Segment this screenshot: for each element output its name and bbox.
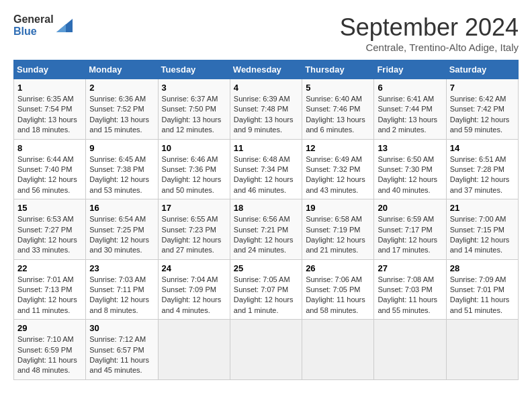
svg-marker-1 xyxy=(56,24,66,32)
day-detail: Sunrise: 6:45 AM Sunset: 7:38 PM Dayligh… xyxy=(89,154,154,196)
calendar-cell: 4Sunrise: 6:39 AM Sunset: 7:48 PM Daylig… xyxy=(230,79,302,140)
day-detail: Sunrise: 6:58 AM Sunset: 7:19 PM Dayligh… xyxy=(306,214,370,256)
calendar-cell: 22Sunrise: 7:01 AM Sunset: 7:13 PM Dayli… xyxy=(14,259,86,320)
calendar-cell: 25Sunrise: 7:05 AM Sunset: 7:07 PM Dayli… xyxy=(230,259,302,320)
day-number: 7 xyxy=(450,83,515,93)
day-detail: Sunrise: 6:46 AM Sunset: 7:36 PM Dayligh… xyxy=(162,154,226,196)
calendar-cell: 17Sunrise: 6:55 AM Sunset: 7:23 PM Dayli… xyxy=(158,199,230,260)
day-detail: Sunrise: 6:56 AM Sunset: 7:21 PM Dayligh… xyxy=(234,214,298,256)
logo-text: General Blue xyxy=(13,13,54,37)
title-area: September 2024 Centrale, Trentino-Alto A… xyxy=(340,13,519,53)
calendar-cell: 21Sunrise: 7:00 AM Sunset: 7:15 PM Dayli… xyxy=(446,199,518,260)
day-detail: Sunrise: 6:44 AM Sunset: 7:40 PM Dayligh… xyxy=(17,154,82,196)
day-number: 27 xyxy=(378,263,442,273)
day-detail: Sunrise: 7:06 AM Sunset: 7:05 PM Dayligh… xyxy=(306,275,370,316)
calendar-cell: 7Sunrise: 6:42 AM Sunset: 7:42 PM Daylig… xyxy=(446,79,518,140)
day-detail: Sunrise: 6:50 AM Sunset: 7:30 PM Dayligh… xyxy=(378,154,442,196)
day-detail: Sunrise: 6:49 AM Sunset: 7:32 PM Dayligh… xyxy=(306,154,370,196)
calendar-cell: 23Sunrise: 7:03 AM Sunset: 7:11 PM Dayli… xyxy=(86,259,158,320)
day-number: 25 xyxy=(234,263,298,273)
day-detail: Sunrise: 7:03 AM Sunset: 7:11 PM Dayligh… xyxy=(89,275,154,316)
day-number: 2 xyxy=(89,83,154,93)
calendar-cell: 9Sunrise: 6:45 AM Sunset: 7:38 PM Daylig… xyxy=(86,139,158,199)
day-detail: Sunrise: 7:12 AM Sunset: 6:57 PM Dayligh… xyxy=(89,334,154,376)
calendar-cell: 2Sunrise: 6:36 AM Sunset: 7:52 PM Daylig… xyxy=(86,79,158,140)
day-number: 4 xyxy=(234,83,298,93)
calendar-cell: 11Sunrise: 6:48 AM Sunset: 7:34 PM Dayli… xyxy=(230,139,302,199)
day-number: 18 xyxy=(234,203,298,213)
day-detail: Sunrise: 6:55 AM Sunset: 7:23 PM Dayligh… xyxy=(162,214,226,256)
calendar-cell: 3Sunrise: 6:37 AM Sunset: 7:50 PM Daylig… xyxy=(158,79,230,140)
day-detail: Sunrise: 7:09 AM Sunset: 7:01 PM Dayligh… xyxy=(450,275,515,316)
calendar-cell: 8Sunrise: 6:44 AM Sunset: 7:40 PM Daylig… xyxy=(14,139,86,199)
page-header: General Blue September 2024 Centrale, Tr… xyxy=(13,13,519,53)
column-header-saturday: Saturday xyxy=(446,60,518,79)
day-detail: Sunrise: 7:05 AM Sunset: 7:07 PM Dayligh… xyxy=(234,275,298,316)
day-detail: Sunrise: 6:54 AM Sunset: 7:25 PM Dayligh… xyxy=(89,214,154,256)
calendar-cell: 20Sunrise: 6:59 AM Sunset: 7:17 PM Dayli… xyxy=(374,199,446,260)
column-header-tuesday: Tuesday xyxy=(158,60,230,79)
day-number: 15 xyxy=(17,203,82,213)
calendar-cell: 5Sunrise: 6:40 AM Sunset: 7:46 PM Daylig… xyxy=(302,79,374,140)
calendar-cell: 15Sunrise: 6:53 AM Sunset: 7:27 PM Dayli… xyxy=(14,199,86,260)
day-number: 17 xyxy=(162,203,226,213)
day-detail: Sunrise: 7:00 AM Sunset: 7:15 PM Dayligh… xyxy=(450,214,515,256)
day-detail: Sunrise: 6:42 AM Sunset: 7:42 PM Dayligh… xyxy=(450,94,515,136)
day-detail: Sunrise: 6:35 AM Sunset: 7:54 PM Dayligh… xyxy=(17,94,82,136)
calendar-cell xyxy=(446,320,518,380)
calendar-cell xyxy=(158,320,230,380)
day-detail: Sunrise: 6:53 AM Sunset: 7:27 PM Dayligh… xyxy=(17,214,82,256)
day-number: 9 xyxy=(89,143,154,153)
day-number: 10 xyxy=(162,143,226,153)
day-number: 8 xyxy=(17,143,82,153)
day-number: 30 xyxy=(89,323,154,333)
logo-arrow-icon xyxy=(56,19,73,32)
calendar-cell: 10Sunrise: 6:46 AM Sunset: 7:36 PM Dayli… xyxy=(158,139,230,199)
day-number: 23 xyxy=(89,263,154,273)
day-detail: Sunrise: 6:37 AM Sunset: 7:50 PM Dayligh… xyxy=(162,94,226,136)
day-detail: Sunrise: 6:41 AM Sunset: 7:44 PM Dayligh… xyxy=(378,94,442,136)
day-detail: Sunrise: 7:01 AM Sunset: 7:13 PM Dayligh… xyxy=(17,275,82,316)
calendar-cell: 16Sunrise: 6:54 AM Sunset: 7:25 PM Dayli… xyxy=(86,199,158,260)
calendar-cell: 27Sunrise: 7:08 AM Sunset: 7:03 PM Dayli… xyxy=(374,259,446,320)
day-number: 20 xyxy=(378,203,442,213)
day-number: 24 xyxy=(162,263,226,273)
calendar-cell: 18Sunrise: 6:56 AM Sunset: 7:21 PM Dayli… xyxy=(230,199,302,260)
day-number: 1 xyxy=(17,83,82,93)
calendar-cell xyxy=(374,320,446,380)
calendar-cell xyxy=(230,320,302,380)
day-number: 21 xyxy=(450,203,515,213)
calendar-cell: 26Sunrise: 7:06 AM Sunset: 7:05 PM Dayli… xyxy=(302,259,374,320)
day-number: 6 xyxy=(378,83,442,93)
day-detail: Sunrise: 6:48 AM Sunset: 7:34 PM Dayligh… xyxy=(234,154,298,196)
calendar-cell: 24Sunrise: 7:04 AM Sunset: 7:09 PM Dayli… xyxy=(158,259,230,320)
day-number: 12 xyxy=(306,143,370,153)
day-number: 28 xyxy=(450,263,515,273)
calendar-cell: 19Sunrise: 6:58 AM Sunset: 7:19 PM Dayli… xyxy=(302,199,374,260)
day-detail: Sunrise: 7:10 AM Sunset: 6:59 PM Dayligh… xyxy=(17,334,82,376)
day-detail: Sunrise: 7:04 AM Sunset: 7:09 PM Dayligh… xyxy=(162,275,226,316)
day-detail: Sunrise: 6:59 AM Sunset: 7:17 PM Dayligh… xyxy=(378,214,442,256)
day-detail: Sunrise: 6:40 AM Sunset: 7:46 PM Dayligh… xyxy=(306,94,370,136)
calendar-cell: 28Sunrise: 7:09 AM Sunset: 7:01 PM Dayli… xyxy=(446,259,518,320)
day-number: 22 xyxy=(17,263,82,273)
location-subtitle: Centrale, Trentino-Alto Adige, Italy xyxy=(340,42,519,53)
calendar-cell: 12Sunrise: 6:49 AM Sunset: 7:32 PM Dayli… xyxy=(302,139,374,199)
day-number: 19 xyxy=(306,203,370,213)
month-title: September 2024 xyxy=(340,13,519,42)
calendar-cell: 1Sunrise: 6:35 AM Sunset: 7:54 PM Daylig… xyxy=(14,79,86,140)
calendar-cell: 30Sunrise: 7:12 AM Sunset: 6:57 PM Dayli… xyxy=(86,320,158,380)
calendar-cell xyxy=(302,320,374,380)
day-number: 5 xyxy=(306,83,370,93)
column-header-monday: Monday xyxy=(86,60,158,79)
column-header-wednesday: Wednesday xyxy=(230,60,302,79)
calendar-cell: 14Sunrise: 6:51 AM Sunset: 7:28 PM Dayli… xyxy=(446,139,518,199)
day-detail: Sunrise: 6:39 AM Sunset: 7:48 PM Dayligh… xyxy=(234,94,298,136)
column-header-sunday: Sunday xyxy=(14,60,86,79)
logo: General Blue xyxy=(13,13,73,37)
calendar-cell: 13Sunrise: 6:50 AM Sunset: 7:30 PM Dayli… xyxy=(374,139,446,199)
day-detail: Sunrise: 7:08 AM Sunset: 7:03 PM Dayligh… xyxy=(378,275,442,316)
day-number: 16 xyxy=(89,203,154,213)
calendar-cell: 6Sunrise: 6:41 AM Sunset: 7:44 PM Daylig… xyxy=(374,79,446,140)
column-header-friday: Friday xyxy=(374,60,446,79)
